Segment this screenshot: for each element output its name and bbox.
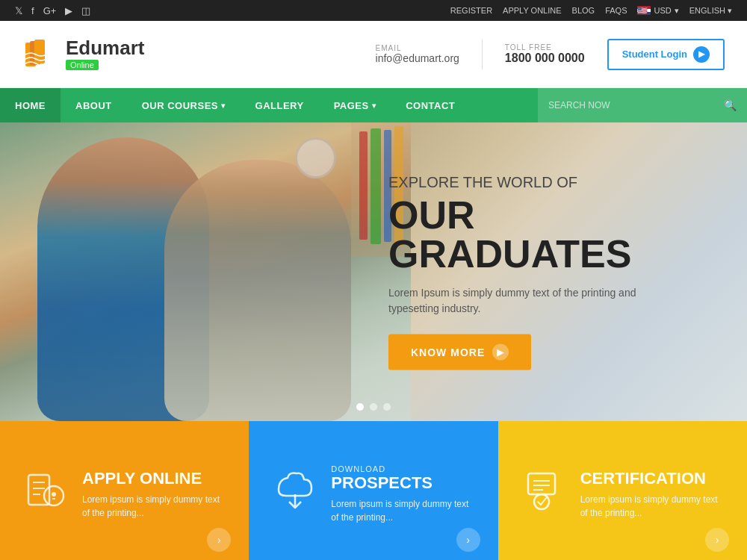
nav-about-label: ABOUT [75,100,112,111]
email-contact: EMAIL info@edumart.org [376,44,459,64]
search-input[interactable] [548,100,724,111]
download-prospects-button[interactable]: › [456,528,480,552]
language-dropdown-icon: ▾ [728,6,732,16]
search-icon[interactable]: 🔍 [724,99,737,111]
logo-icon [22,37,58,72]
certification-title: CERTIFICATION [580,469,725,488]
language-selector[interactable]: ENGLISH ▾ [689,6,732,16]
youtube-icon[interactable]: ▶ [65,5,72,16]
email-label: EMAIL [376,44,459,52]
download-prospects-card: DOWNLOAD PROSPECTS Lorem ipsum is simply… [249,421,498,560]
instagram-icon[interactable]: ◫ [81,5,90,16]
site-header: Edumart Online EMAIL info@edumart.org TO… [0,21,747,88]
nav-item-contact[interactable]: CONTACT [391,88,470,122]
logo-subtitle: Online [66,60,99,70]
nav-gallery-label: GALLERY [255,100,304,111]
certification-card: CERTIFICATION Lorem ipsum is simply dumm… [498,421,747,560]
phone-value: 1800 000 0000 [505,52,585,65]
hero-description: Lorem Ipsum is simply dummy text of the … [388,285,642,317]
download-prospects-icon [271,467,316,520]
phone-contact: TOLL FREE 1800 000 0000 [505,43,585,65]
certification-icon [521,467,565,520]
email-value: info@edumart.org [376,52,459,64]
nav-contact-label: CONTACT [406,100,455,111]
apply-online-desc: Lorem ipsum is simply dummy text of the … [82,493,226,520]
know-more-arrow-icon: ▶ [492,344,509,361]
nav-item-gallery[interactable]: GALLERY [241,88,319,122]
know-more-button[interactable]: KNOW MORE ▶ [388,335,531,370]
main-navigation: HOME ABOUT OUR COURSES ▾ GALLERY PAGES ▾… [0,88,747,122]
login-label: Student Login [622,49,687,60]
svg-rect-11 [528,473,555,494]
slider-dot-3[interactable] [383,403,391,411]
pages-dropdown-icon: ▾ [372,102,376,110]
apply-online-content: APPLY ONLINE Lorem ipsum is simply dummy… [82,469,226,520]
logo-name: Edumart [66,38,144,57]
apply-online-link[interactable]: APPLY ONLINE [503,6,561,15]
nav-item-our-courses[interactable]: OUR COURSES ▾ [127,88,241,122]
student-login-button[interactable]: Student Login ▶ [607,39,725,70]
currency-dropdown-icon: ▾ [675,6,679,16]
contact-divider [482,40,483,69]
hero-content: EXPLORE THE WORLD OF OUR GRADUATES Lorem… [388,174,702,370]
social-links: 𝕏 f G+ ▶ ◫ [15,5,90,16]
blog-link[interactable]: BLOG [572,6,595,15]
nav-home-label: HOME [15,100,46,111]
nav-item-about[interactable]: ABOUT [61,88,127,122]
logo-text: Edumart Online [66,38,144,70]
top-bar: 𝕏 f G+ ▶ ◫ REGISTER APPLY ONLINE BLOG FA… [0,0,747,21]
faqs-link[interactable]: FAQS [605,6,627,15]
know-more-label: KNOW MORE [411,346,485,358]
language-label: ENGLISH [689,6,725,15]
prospects-title: PROSPECTS [331,473,475,493]
nav-courses-label: OUR COURSES [142,100,218,111]
courses-dropdown-icon: ▾ [221,102,226,110]
slider-dot-1[interactable] [356,403,364,411]
prospects-desc: Lorem ipsum is simply dummy text of the … [331,497,475,524]
logo[interactable]: Edumart Online [22,37,144,72]
hero-students-photo [0,122,411,421]
currency-selector[interactable]: 🇺🇸 USD ▾ [637,6,678,16]
download-label: DOWNLOAD [331,464,475,473]
certification-desc: Lorem ipsum is simply dummy text of the … [580,493,725,520]
svg-point-15 [534,494,549,509]
us-flag-icon: 🇺🇸 [637,6,651,15]
nav-item-home[interactable]: HOME [0,88,61,122]
login-arrow-icon: ▶ [693,46,710,63]
header-contact: EMAIL info@edumart.org TOLL FREE 1800 00… [376,39,725,70]
certification-button[interactable]: › [705,528,729,552]
bottom-cards: APPLY ONLINE Lorem ipsum is simply dummy… [0,421,747,560]
svg-point-8 [52,492,56,497]
register-link[interactable]: REGISTER [450,6,492,15]
apply-online-card: APPLY ONLINE Lorem ipsum is simply dummy… [0,421,249,560]
hero-section: EXPLORE THE WORLD OF OUR GRADUATES Lorem… [0,122,747,421]
apply-online-icon [22,467,67,520]
nav-items: HOME ABOUT OUR COURSES ▾ GALLERY PAGES ▾… [0,88,538,122]
download-prospects-content: DOWNLOAD PROSPECTS Lorem ipsum is simply… [331,464,475,524]
apply-online-button[interactable]: › [207,528,231,552]
twitter-icon[interactable]: 𝕏 [15,5,22,16]
hero-subtitle: EXPLORE THE WORLD OF [388,174,702,191]
slider-dot-2[interactable] [370,403,377,411]
currency-label: USD [654,6,671,15]
top-bar-right: REGISTER APPLY ONLINE BLOG FAQS 🇺🇸 USD ▾… [450,6,732,16]
search-bar[interactable]: 🔍 [538,88,747,122]
google-plus-icon[interactable]: G+ [43,5,57,16]
nav-pages-label: PAGES [334,100,369,111]
slider-dots [356,403,391,411]
nav-item-pages[interactable]: PAGES ▾ [319,88,391,122]
apply-online-title: APPLY ONLINE [82,469,226,488]
facebook-icon[interactable]: f [31,5,34,16]
phone-label: TOLL FREE [505,43,585,52]
hero-title: OUR GRADUATES [388,196,702,273]
certification-content: CERTIFICATION Lorem ipsum is simply dumm… [580,469,725,520]
